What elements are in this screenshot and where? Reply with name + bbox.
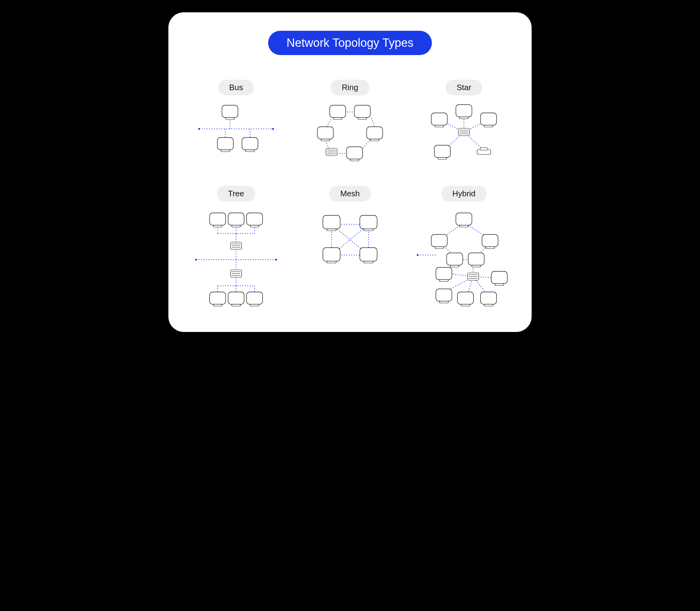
computer-icon <box>436 289 452 303</box>
computer-icon <box>347 147 363 161</box>
computer-icon <box>482 235 498 249</box>
topology-grid: Bus <box>184 80 516 307</box>
computer-icon <box>481 292 497 306</box>
computer-icon <box>222 105 238 119</box>
topology-hybrid: Hybrid <box>411 186 516 307</box>
computer-icon <box>431 235 447 249</box>
topology-star: Star <box>411 80 516 164</box>
computer-icon <box>360 215 377 231</box>
computer-icon <box>247 292 263 306</box>
computer-icon <box>468 253 484 267</box>
svg-point-3 <box>198 128 200 130</box>
computer-icon <box>242 137 258 152</box>
computer-icon <box>210 213 225 227</box>
svg-point-74 <box>417 254 419 256</box>
topology-bus: Bus <box>184 80 289 164</box>
svg-point-40 <box>195 259 197 260</box>
server-icon <box>326 148 337 156</box>
svg-line-19 <box>327 118 332 127</box>
computer-icon <box>323 248 340 263</box>
topology-label-tree: Tree <box>217 186 256 202</box>
computer-icon <box>456 213 472 227</box>
computer-icon <box>354 105 370 119</box>
computer-icon <box>247 213 263 227</box>
diagram-mesh <box>298 209 402 270</box>
computer-icon <box>228 213 244 227</box>
computer-icon <box>360 248 377 263</box>
topology-ring: Ring <box>298 80 402 164</box>
computer-icon <box>317 127 333 141</box>
svg-point-41 <box>275 259 277 260</box>
diagram-ring <box>298 103 402 164</box>
diagram-tree <box>184 209 289 307</box>
computer-icon <box>323 215 340 231</box>
hub-icon <box>468 273 479 280</box>
topology-label-hybrid: Hybrid <box>441 186 486 202</box>
hub-icon <box>231 270 242 277</box>
computer-icon <box>330 105 346 119</box>
topology-label-mesh: Mesh <box>329 186 371 202</box>
computer-icon <box>481 113 497 127</box>
topology-tree: Tree <box>184 186 289 307</box>
topology-label-ring: Ring <box>331 80 369 95</box>
computer-icon <box>434 145 450 159</box>
svg-line-15 <box>371 118 375 128</box>
computer-icon <box>456 105 472 119</box>
printer-icon <box>477 148 491 154</box>
diagram-card: Network Topology Types Bus <box>169 12 531 332</box>
computer-icon <box>447 253 463 267</box>
computer-icon <box>457 292 473 306</box>
diagram-hybrid <box>411 209 516 307</box>
diagram-star <box>411 103 516 164</box>
topology-mesh: Mesh <box>298 186 402 307</box>
computer-icon <box>210 292 225 306</box>
svg-point-4 <box>272 128 274 130</box>
computer-icon <box>228 292 244 306</box>
topology-label-star: Star <box>446 80 482 95</box>
computer-icon <box>491 271 507 285</box>
page-title: Network Topology Types <box>268 31 432 55</box>
computer-icon <box>217 137 233 152</box>
computer-icon <box>367 127 383 141</box>
hub-icon <box>458 128 469 136</box>
topology-label-bus: Bus <box>218 80 254 95</box>
hub-icon <box>231 242 242 250</box>
diagram-bus <box>184 103 289 155</box>
svg-line-16 <box>362 140 370 149</box>
computer-icon <box>431 113 447 127</box>
computer-icon <box>436 267 452 282</box>
